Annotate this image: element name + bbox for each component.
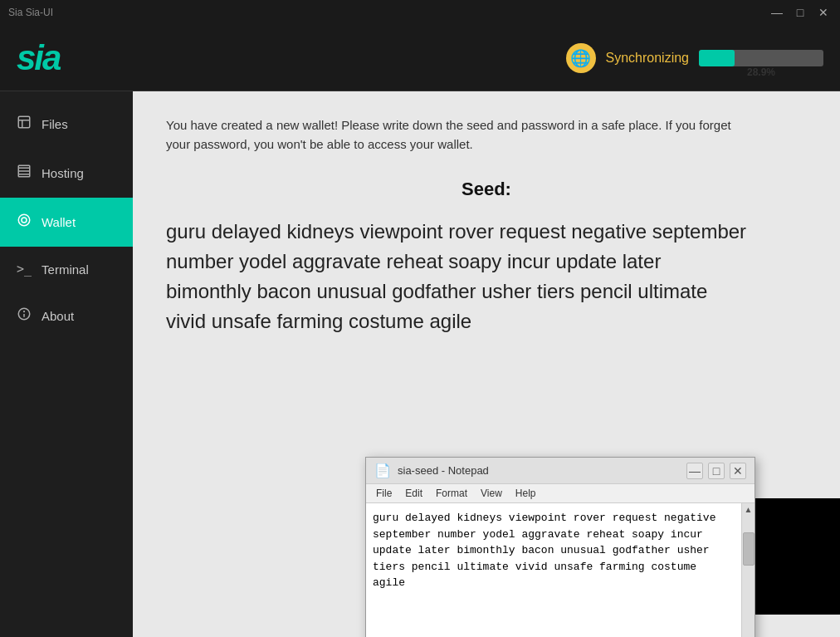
svg-rect-0 (18, 116, 30, 128)
notepad-title-left: 📄 sia-seed - Notepad (374, 463, 489, 478)
notepad-menu: File Edit Format View Help (366, 484, 755, 503)
progress-fill (699, 50, 735, 66)
notepad-menu-format[interactable]: Format (429, 486, 474, 501)
main-layout: Files Hosting Wallet >_ Terminal About Y… (0, 91, 840, 637)
scrollbar-up[interactable]: ▲ (745, 503, 753, 516)
sync-label: Synchronizing (606, 51, 690, 66)
notepad-menu-view[interactable]: View (474, 486, 509, 501)
notepad-close-button[interactable]: ✕ (730, 463, 746, 479)
titlebar: Sia Sia-UI — □ ✕ (0, 0, 840, 25)
sidebar-item-files[interactable]: Files (0, 100, 133, 149)
hosting-icon (17, 164, 32, 183)
terminal-label: Terminal (42, 262, 89, 277)
notepad-maximize-button[interactable]: □ (708, 463, 725, 479)
notepad-menu-file[interactable]: File (369, 486, 398, 501)
files-icon (17, 115, 32, 134)
notepad-menu-edit[interactable]: Edit (398, 486, 429, 501)
notepad-minimize-button[interactable]: — (686, 463, 703, 479)
sidebar-item-hosting[interactable]: Hosting (0, 149, 133, 198)
about-icon (17, 306, 32, 326)
notepad-window: 📄 sia-seed - Notepad — □ ✕ File Edit For… (365, 457, 755, 637)
sync-area: 🌐 Synchronizing 28.9% (566, 43, 824, 73)
about-label: About (42, 309, 74, 323)
notepad-titlebar: 📄 sia-seed - Notepad — □ ✕ (366, 458, 755, 484)
logo: sia (17, 38, 60, 78)
content-area: You have created a new wallet! Please wr… (133, 91, 840, 637)
globe-icon: 🌐 (566, 43, 596, 73)
logo-text: sia (17, 38, 60, 78)
hosting-label: Hosting (42, 166, 84, 180)
seed-label: Seed: (166, 179, 807, 200)
titlebar-controls: — □ ✕ (769, 4, 832, 21)
header: sia 🌐 Synchronizing 28.9% (0, 25, 840, 91)
notepad-menu-help[interactable]: Help (509, 486, 543, 501)
notepad-controls: — □ ✕ (686, 463, 746, 479)
wallet-icon (17, 213, 32, 232)
progress-track: 28.9% (699, 50, 823, 66)
notepad-body: ▲ ▼ (366, 503, 755, 637)
minimize-button[interactable]: — (769, 4, 785, 21)
notepad-scrollbar: ▲ ▼ (741, 503, 755, 637)
close-button[interactable]: ✕ (815, 4, 832, 21)
sidebar: Files Hosting Wallet >_ Terminal About (0, 91, 133, 637)
progress-bar-container: 28.9% (699, 50, 823, 66)
terminal-icon: >_ (17, 262, 32, 277)
titlebar-title: Sia Sia-UI (8, 7, 53, 18)
notepad-title: sia-seed - Notepad (398, 464, 489, 477)
maximize-button[interactable]: □ (792, 4, 808, 21)
files-label: Files (42, 117, 68, 131)
sidebar-item-wallet[interactable]: Wallet (0, 198, 133, 247)
notepad-content[interactable] (366, 503, 741, 637)
sidebar-item-terminal[interactable]: >_ Terminal (0, 247, 133, 292)
svg-point-2 (18, 214, 30, 226)
notice-text: You have created a new wallet! Please wr… (166, 116, 747, 154)
scrollbar-thumb[interactable] (743, 532, 755, 566)
seed-words: guru delayed kidneys viewpoint rover req… (166, 217, 747, 336)
wallet-label: Wallet (42, 215, 76, 229)
notepad-icon: 📄 (374, 463, 391, 478)
svg-point-3 (22, 218, 27, 223)
sidebar-item-about[interactable]: About (0, 292, 133, 341)
